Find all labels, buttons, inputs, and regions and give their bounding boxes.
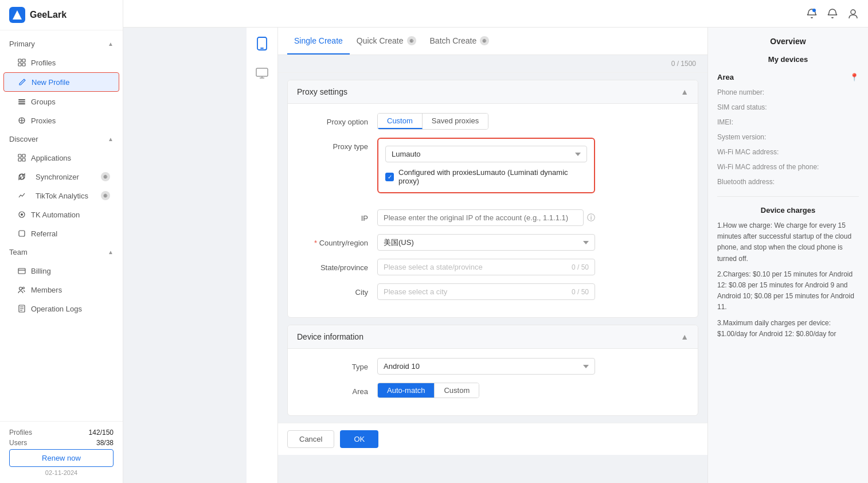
sidebar-item-tiktok-analytics[interactable]: TikTok Analytics ⊕ — [3, 186, 119, 205]
tabs-bar: Single Create Quick Create ⊕ Batch Creat… — [278, 28, 707, 55]
device-collapse-icon[interactable]: ▲ — [681, 332, 689, 341]
sidebar-item-groups[interactable]: Groups — [3, 92, 119, 111]
svg-rect-6 — [18, 102, 25, 103]
proxy-settings-section: Proxy settings ▲ Proxy option Custom — [287, 80, 698, 318]
wifi-mac-row: Wi-Fi MAC address: — [717, 148, 859, 157]
svg-point-21 — [851, 10, 855, 14]
country-label: Country/region — [297, 234, 377, 247]
members-icon — [17, 285, 26, 294]
area-tab-custom[interactable]: Custom — [435, 383, 479, 398]
country-select[interactable]: 美国(US) — [377, 234, 595, 251]
renew-button[interactable]: Renew now — [9, 449, 114, 467]
device-info-header: Device information ▲ — [288, 325, 698, 349]
state-label: State/province — [297, 259, 377, 272]
proxy-highlight-box: Lumauto HTTP SOCKS5 SSH Configured with … — [377, 138, 595, 193]
sidebar-section-primary[interactable]: Primary ▲ — [0, 35, 123, 53]
chevron-up-icon: ▲ — [108, 249, 114, 255]
form-area: 0 / 1500 Proxy settings ▲ Proxy option C — [278, 55, 707, 483]
proxies-icon — [17, 116, 26, 125]
country-control: 美国(US) — [377, 234, 595, 251]
proxy-checkbox[interactable] — [385, 173, 394, 181]
state-row: State/province Please select a state/pro… — [297, 259, 689, 275]
sidebar-item-operation-logs[interactable]: Operation Logs — [3, 299, 119, 318]
proxy-settings-body: Proxy option Custom Saved proxies — [288, 104, 698, 317]
quick-create-badge: ⊕ — [407, 36, 416, 45]
device-type-label: Type — [297, 358, 377, 371]
imei-row: IMEI: — [717, 118, 859, 127]
svg-rect-12 — [22, 158, 25, 161]
location-icon: 📍 — [850, 73, 859, 81]
sidebar-section-discover[interactable]: Discover ▲ — [0, 130, 123, 148]
device-area-label: Area — [297, 383, 377, 396]
my-devices-label: My devices — [717, 55, 859, 64]
device-area-row: Area Auto-match Custom — [297, 383, 689, 398]
proxy-option-saved-tab[interactable]: Saved proxies — [423, 114, 488, 129]
svg-rect-5 — [18, 99, 25, 100]
svg-point-13 — [21, 213, 23, 216]
profile-counter: 0 / 1500 — [278, 55, 707, 73]
sidebar-item-tk-automation[interactable]: TK Automation — [3, 205, 119, 224]
city-placeholder: Please select a city — [384, 287, 572, 296]
proxy-type-select[interactable]: Lumauto HTTP SOCKS5 SSH — [385, 146, 587, 162]
sidebar-item-applications[interactable]: Applications — [3, 149, 119, 167]
sidebar-item-synchronizer[interactable]: Synchronizer ⊕ — [3, 168, 119, 186]
profile-icon — [17, 58, 26, 67]
sidebar-item-members[interactable]: Members — [3, 281, 119, 299]
state-control: Please select a state/province 0 / 50 — [377, 259, 595, 275]
device-type-row: Type Android 10 Android 9 Android 12 — [297, 358, 689, 375]
overview-title: Overview — [717, 37, 859, 46]
proxy-option-custom-tab[interactable]: Custom — [378, 114, 423, 129]
analytics-icon — [17, 191, 26, 200]
device-type-select[interactable]: Android 10 Android 9 Android 12 — [377, 358, 595, 375]
desktop-device-button[interactable] — [252, 63, 272, 84]
svg-point-20 — [812, 9, 816, 12]
ip-control: ⓘ — [377, 209, 595, 226]
sidebar-item-billing[interactable]: Billing — [3, 262, 119, 280]
sidebar-nav: Primary ▲ Profiles New Profile Groups — [0, 30, 123, 421]
sidebar-item-proxies[interactable]: Proxies — [3, 111, 119, 130]
charge-2: 2.Charges: $0.10 per 15 minutes for Andr… — [717, 269, 859, 313]
logs-icon — [17, 304, 26, 313]
tab-batch-create[interactable]: Batch Create ⊕ — [423, 28, 496, 54]
svg-rect-16 — [18, 268, 25, 274]
collapse-icon[interactable]: ▲ — [681, 87, 689, 96]
sim-card-row: SIM card status: — [717, 103, 859, 112]
topbar — [123, 0, 868, 28]
user-avatar-icon[interactable] — [847, 8, 859, 20]
ip-input[interactable] — [377, 209, 584, 226]
ip-info-icon: ⓘ — [587, 213, 595, 223]
charge-3: 3.Maximum daily charges per device: $1.0… — [717, 318, 859, 340]
tab-single-create[interactable]: Single Create — [287, 28, 350, 54]
svg-rect-15 — [19, 231, 25, 236]
cancel-button[interactable]: Cancel — [287, 430, 334, 448]
svg-rect-10 — [22, 154, 25, 157]
right-panel-inner: Overview My devices Area 📍 Phone number:… — [708, 28, 868, 353]
billing-icon — [17, 266, 26, 275]
tab-quick-create[interactable]: Quick Create ⊕ — [350, 28, 423, 54]
svg-marker-0 — [13, 10, 22, 20]
mobile-device-button[interactable] — [252, 33, 272, 54]
svg-rect-2 — [22, 59, 25, 62]
city-label: City — [297, 283, 377, 297]
sidebar-item-new-profile[interactable]: New Profile — [3, 72, 119, 92]
notification-icon[interactable] — [827, 8, 838, 20]
svg-rect-4 — [22, 63, 25, 66]
bluetooth-row: Bluetooth address: — [717, 178, 859, 187]
sidebar-item-profiles[interactable]: Profiles — [3, 53, 119, 72]
ok-button[interactable]: OK — [340, 430, 378, 448]
calendar-notification-icon[interactable] — [806, 8, 818, 20]
sidebar-section-team[interactable]: Team ▲ — [0, 243, 123, 261]
sidebar-footer: Profiles 142/150 Users 38/38 Renew now 0… — [0, 421, 123, 483]
right-panel: Overview My devices Area 📍 Phone number:… — [707, 0, 868, 483]
analytics-badge: ⊕ — [101, 191, 110, 200]
action-bar: Cancel OK — [278, 423, 707, 455]
proxy-type-label: Proxy type — [297, 138, 377, 151]
apps-icon — [17, 153, 26, 162]
svg-rect-7 — [18, 103, 25, 104]
sidebar-item-referral[interactable]: Referral — [3, 224, 119, 243]
sidebar-header: GeeLark — [0, 0, 123, 30]
svg-rect-1 — [18, 59, 21, 62]
area-tab-auto-match[interactable]: Auto-match — [378, 383, 435, 398]
app-name: GeeLark — [30, 10, 67, 20]
device-info-section: Device information ▲ Type Android 10 And… — [287, 325, 698, 416]
